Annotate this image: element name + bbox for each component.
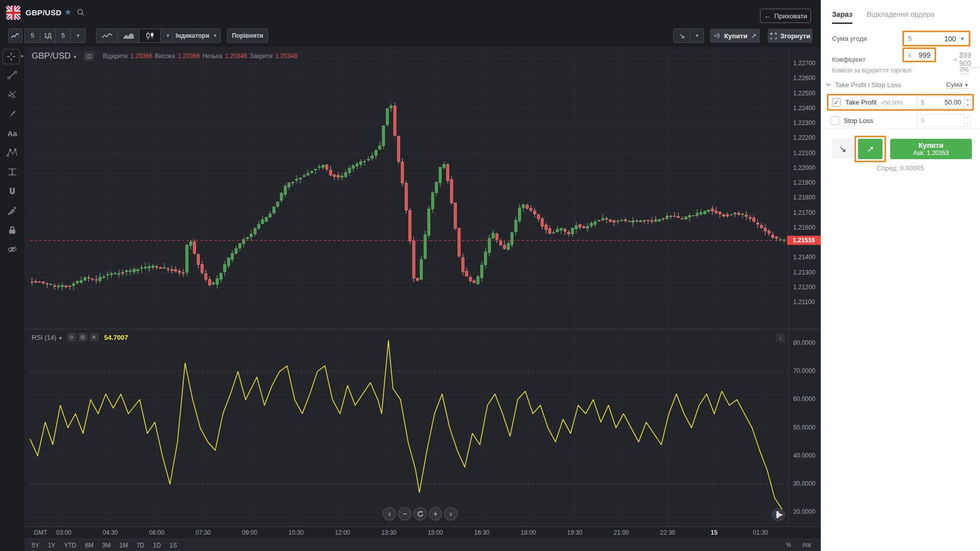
chart-type-line[interactable] [96, 29, 117, 43]
time-axis[interactable]: GMT 03:0004:3006:0007:3009:0010:3012:001… [24, 527, 821, 539]
text-tool[interactable]: Aa [0, 123, 24, 143]
scroll-left-button[interactable]: ‹ [383, 507, 396, 520]
one-click-buy-button[interactable]: Купити ↗ [710, 29, 760, 43]
commission-label: Комісія за відкриття торгівлі [832, 67, 912, 74]
time-tick: 09:00 [242, 529, 257, 536]
multiplier-input[interactable]: x 999 [902, 47, 936, 62]
quick-sell-button[interactable]: ↘ [673, 29, 691, 43]
measure-tool[interactable] [0, 162, 24, 182]
tpsl-section-label[interactable]: Take Profit і Stop Loss [835, 81, 901, 89]
brush-tool[interactable] [0, 104, 24, 123]
buy-arrow-highlight: ↗ [854, 136, 886, 162]
timeframe-1d[interactable]: 1Д [40, 29, 55, 43]
take-profit-label: Take Profit [845, 98, 876, 106]
amount-input[interactable]: $ 100 ▼ [902, 31, 970, 46]
stop-loss-input[interactable]: $ ▲ ▼ [917, 114, 971, 127]
timeframe-5b[interactable]: 5 [55, 29, 70, 43]
favorite-star-icon[interactable]: ★ [64, 7, 71, 17]
trend-line-tool[interactable] [0, 65, 24, 85]
reset-zoom-button[interactable] [413, 507, 427, 520]
multiplier-label: Коефіцієнт [832, 56, 866, 63]
rsi-tick: 30.0000 [793, 480, 815, 487]
tool-expander-icon[interactable]: ▶ [21, 54, 24, 58]
timezone-label[interactable]: GMT [34, 529, 47, 536]
range-1s[interactable]: 1S [169, 542, 177, 549]
range-1d[interactable]: 1D [153, 542, 161, 549]
back-arrow-icon: ← [764, 12, 771, 20]
price-tick: 1.21700 [793, 209, 815, 216]
zoom-out-button[interactable]: − [398, 507, 411, 520]
pattern-tool[interactable] [0, 143, 24, 162]
sell-button[interactable]: ↘ [832, 139, 853, 159]
scroll-right-button[interactable]: › [444, 507, 457, 520]
tp-increment-button[interactable]: ▲ [965, 96, 971, 103]
chart-type-area[interactable] [117, 29, 139, 43]
range-1y[interactable]: 1Y [48, 542, 56, 549]
take-profit-input[interactable]: $ 50.00 ▲ ▼ [917, 96, 971, 109]
low-label: Низька [202, 53, 222, 60]
rsi-maximize-button[interactable]: ↑ [776, 334, 785, 342]
price-tick: 1.21200 [793, 284, 815, 291]
rsi-visibility-icon[interactable] [67, 333, 76, 341]
drawings-tool[interactable] [0, 201, 24, 220]
time-tick: 15:00 [428, 529, 443, 536]
section-chevron-icon[interactable] [826, 83, 831, 86]
price-tick: 1.21600 [793, 224, 815, 231]
tpsl-mode-dropdown[interactable]: Сума ▼ [946, 81, 969, 89]
collapse-chart-button[interactable]: Згорнути [768, 29, 813, 43]
search-icon[interactable] [77, 8, 85, 18]
amount-dropdown-caret[interactable]: ▼ [960, 36, 965, 41]
sl-decrement-button[interactable]: ▼ [965, 120, 971, 127]
hide-panel-button[interactable]: ← Приховати [760, 9, 811, 23]
range-3m[interactable]: 3M [102, 542, 111, 549]
pitchfork-tool[interactable] [0, 85, 24, 104]
symbol-title: GBP/USD [26, 8, 61, 17]
magnet-tool[interactable] [0, 182, 24, 201]
chart-symbol-dropdown[interactable]: GBP/USD▼ [32, 51, 77, 61]
chart-region[interactable]: GBP/USD▼ Відкрити 1.20366 Висока 1.20366… [24, 47, 821, 551]
sl-increment-button[interactable]: ▲ [965, 115, 971, 121]
tp-decrement-button[interactable]: ▼ [965, 103, 971, 109]
rsi-value: 54.7007 [104, 334, 128, 341]
candlestick-and-rsi-chart[interactable] [24, 47, 821, 527]
time-tick: 07:30 [195, 529, 211, 536]
rsi-dropdown[interactable]: RSI (14) ▼ [32, 334, 63, 341]
quick-sell-dropdown[interactable]: ▼ [691, 29, 704, 43]
tab-now[interactable]: Зараз [832, 10, 852, 24]
chart-type-candles[interactable] [139, 29, 160, 43]
snapshot-camera-icon[interactable] [83, 51, 94, 61]
commission-value[interactable]: 0% [960, 66, 969, 74]
rsi-settings-gear-icon[interactable] [79, 333, 87, 341]
take-profit-checkbox[interactable]: ✓ [832, 98, 841, 107]
buy-button[interactable]: Купити Ask: 1.20353 [890, 139, 972, 159]
time-tick: 04:30 [103, 529, 118, 536]
crosshair-tool[interactable]: ▶ [3, 49, 20, 64]
rsi-close-icon[interactable] [90, 333, 99, 341]
timeframe-5[interactable]: 5 [24, 29, 40, 43]
zoom-in-button[interactable]: + [429, 507, 442, 520]
range-7d[interactable]: 7D [136, 542, 144, 549]
log-scale-button[interactable]: лог [802, 541, 812, 548]
range-5y[interactable]: 5Y [32, 542, 39, 549]
range-6m[interactable]: 6M [85, 542, 93, 549]
range-ytd[interactable]: YTD [64, 542, 76, 549]
percent-scale-button[interactable]: % [786, 541, 791, 548]
stop-loss-row: Stop Loss $ ▲ ▼ [827, 113, 974, 128]
go-to-realtime-button[interactable]: ▐▶ [772, 508, 786, 521]
time-tick: 21:00 [614, 529, 629, 536]
range-1m[interactable]: 1M [119, 542, 128, 549]
indicators-button[interactable]: Індикатори▼ [173, 29, 220, 43]
quick-sell-split-button: ↘ ▼ [673, 29, 704, 43]
lock-tool[interactable] [0, 220, 24, 240]
tab-pending-order[interactable]: Відкладення ордера [867, 10, 935, 24]
hide-drawings-tool[interactable] [0, 240, 24, 259]
stop-loss-checkbox[interactable] [830, 116, 839, 125]
bottom-range-bar: 5Y1YYTD6M3M1M7D1D1S % лог [24, 539, 821, 551]
timeframe-dropdown[interactable]: ▼ [70, 29, 86, 43]
chart-style-icon-button[interactable] [8, 29, 22, 43]
take-profit-row: ✓ Take Profit +50.00% $ 50.00 ▲ ▼ [827, 94, 974, 111]
buy-arrow-button[interactable]: ↗ [858, 139, 883, 159]
compare-button[interactable]: Порівняти [227, 29, 268, 43]
rsi-tick: 80.0000 [793, 339, 815, 346]
leverage-total[interactable]: $99 900 [959, 51, 980, 68]
